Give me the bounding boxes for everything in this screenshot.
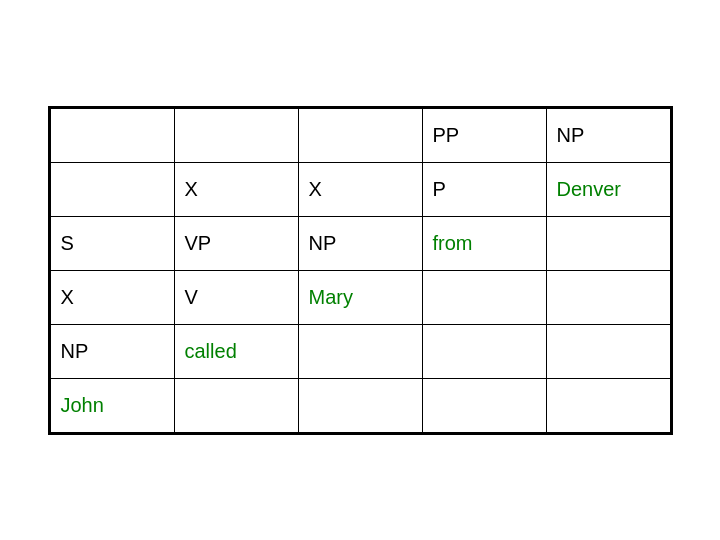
cell-4-1: called [174, 324, 298, 378]
cell-5-3 [422, 378, 546, 432]
cell-0-0 [50, 108, 174, 162]
cell-5-0: John [50, 378, 174, 432]
cell-2-4 [546, 216, 670, 270]
parse-table: PPNPXXPDenverSVPNPfromXVMaryNPcalledJohn [50, 108, 671, 433]
cell-5-4 [546, 378, 670, 432]
cell-4-3 [422, 324, 546, 378]
cell-1-1: X [174, 162, 298, 216]
table-row: XXPDenver [50, 162, 670, 216]
main-table: PPNPXXPDenverSVPNPfromXVMaryNPcalledJohn [48, 106, 673, 435]
table-row: John [50, 378, 670, 432]
cell-0-2 [298, 108, 422, 162]
cell-1-2: X [298, 162, 422, 216]
cell-3-1: V [174, 270, 298, 324]
cell-3-4 [546, 270, 670, 324]
cell-2-1: VP [174, 216, 298, 270]
cell-1-0 [50, 162, 174, 216]
table-row: PPNP [50, 108, 670, 162]
cell-3-0: X [50, 270, 174, 324]
cell-3-2: Mary [298, 270, 422, 324]
cell-2-2: NP [298, 216, 422, 270]
cell-0-3: PP [422, 108, 546, 162]
table-row: XVMary [50, 270, 670, 324]
table-row: NPcalled [50, 324, 670, 378]
cell-2-0: S [50, 216, 174, 270]
cell-4-2 [298, 324, 422, 378]
cell-4-0: NP [50, 324, 174, 378]
cell-4-4 [546, 324, 670, 378]
table-row: SVPNPfrom [50, 216, 670, 270]
cell-3-3 [422, 270, 546, 324]
cell-5-2 [298, 378, 422, 432]
cell-0-1 [174, 108, 298, 162]
cell-5-1 [174, 378, 298, 432]
cell-1-3: P [422, 162, 546, 216]
cell-1-4: Denver [546, 162, 670, 216]
cell-2-3: from [422, 216, 546, 270]
cell-0-4: NP [546, 108, 670, 162]
